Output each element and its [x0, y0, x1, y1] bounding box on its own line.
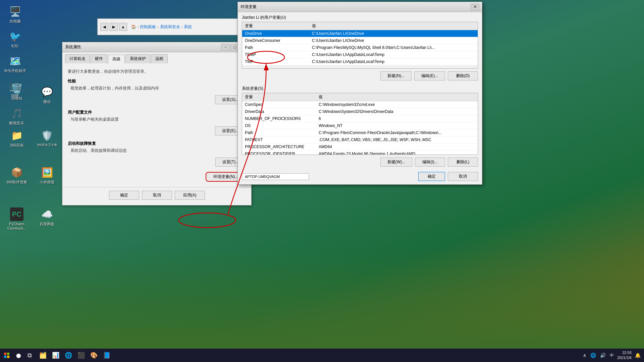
- tray-chevron[interactable]: ∧: [582, 352, 587, 359]
- sys-var-row[interactable]: PROCESSOR_IDENTIFIERAMD64 Family 23 Mode…: [242, 150, 478, 155]
- sys-var-value: .COM;.EXE;.BAT;.CMD;.VBS;.VBE;.JS;.JSE;.…: [316, 136, 478, 143]
- user-var-row[interactable]: OneDriveC:\Users\Jianfan Li\OneDrive: [242, 30, 478, 37]
- start-button[interactable]: [0, 349, 13, 362]
- user-var-row[interactable]: PathC:\Program Files\MySQL\MySQL Shell 8…: [242, 44, 478, 51]
- user-var-row[interactable]: TEMPC:\Users\Jianfan Li\AppData\Local\Te…: [242, 51, 478, 58]
- taskbar-art-btn[interactable]: 🎨: [88, 349, 100, 361]
- cancel-button[interactable]: 取消: [142, 191, 172, 200]
- desktop-icon-recycle[interactable]: 🗑️ 回收站: [3, 80, 30, 102]
- user-var-name: TEMP: [242, 51, 309, 58]
- tab-advanced[interactable]: 高级: [108, 55, 125, 64]
- breadcrumb-controlpanel[interactable]: 控制面板: [140, 24, 156, 30]
- user-vars-table-container[interactable]: 变量 值 OneDriveC:\Users\Jianfan Li\OneDriv…: [242, 22, 478, 69]
- apply-button[interactable]: 应用(A): [175, 191, 205, 200]
- env-window-controls: ✕: [471, 4, 479, 10]
- taskbar-explorer-btn[interactable]: 🗂️: [37, 349, 49, 361]
- sys-props-content: 要进行大多数更改，你必须作为管理员登录。 性能 视觉效果，处理器计划，内存使用，…: [62, 63, 251, 187]
- taskbar-chrome-btn[interactable]: 🌐: [62, 349, 74, 361]
- taskbar-word-btn[interactable]: 📘: [101, 349, 113, 361]
- user-new-button[interactable]: 新建(N)...: [380, 71, 412, 80]
- tray-volume[interactable]: 🔊: [599, 352, 606, 359]
- sys-vars-table: 变量 值 ComSpecC:\Windows\system32\cmd.exeD…: [242, 93, 478, 155]
- tab-hardware[interactable]: 硬件: [91, 54, 107, 63]
- row-mgr: 📦 360软件管家 🖼️ 小米画报: [3, 164, 60, 186]
- sys-var-value: AMD64: [316, 143, 478, 150]
- user-var-name: TMP: [242, 58, 309, 65]
- desktop-icon-360zip[interactable]: 📁 360压缩: [3, 127, 30, 149]
- sys-var-name: NUMBER_OF_PROCESSORS: [242, 115, 316, 122]
- minimize-button[interactable]: －: [221, 44, 230, 51]
- windows-logo-icon: [4, 353, 9, 358]
- 360zip-icon: 📁: [10, 129, 23, 142]
- desktop-icon-wechat[interactable]: 💬 微信: [34, 84, 60, 105]
- taskbar: ⬤ ⧉ 🗂️ 📊 🌐 ⬛ 🎨 📘 ∧ 🌐 🔊 中 22:55 2021/1/6 …: [0, 349, 644, 362]
- sys-var-row[interactable]: NUMBER_OF_PROCESSORS6: [242, 115, 478, 122]
- taskbar-terminal-btn[interactable]: ⬛: [75, 349, 87, 361]
- user-var-row[interactable]: TMPC:\Users\Jianfan Li\AppData\Local\Tem…: [242, 58, 478, 65]
- sys-var-row[interactable]: PATHEXT.COM;.EXE;.BAT;.CMD;.VBS;.VBE;.JS…: [242, 136, 478, 143]
- sys-var-row[interactable]: ComSpecC:\Windows\system32\cmd.exe: [242, 101, 478, 108]
- sys-var-row[interactable]: PathC:\Program Files\Common Files\Oracle…: [242, 129, 478, 136]
- sys-var-value: 6: [316, 115, 478, 122]
- profile-section-title: 用户配置文件: [68, 110, 246, 115]
- user-col-var: 变量: [242, 22, 309, 30]
- taskview-button[interactable]: ⧉: [23, 349, 36, 361]
- tray-notification[interactable]: 🔔: [634, 352, 641, 359]
- desktop-icon-pycharm[interactable]: PC PyCharm Communi...: [3, 206, 30, 232]
- user-edit-button[interactable]: 编辑(E)...: [414, 71, 445, 80]
- user-delete-button[interactable]: 删除(D): [448, 71, 478, 80]
- user-var-row[interactable]: OneDriveConsumerC:\Users\Jianfan Li\OneD…: [242, 37, 478, 44]
- tab-computername[interactable]: 计算机名: [65, 54, 90, 63]
- recycle-icon: 🗑️: [10, 82, 23, 95]
- 360safe-icon: 🛡️: [40, 129, 54, 142]
- baidupan-icon: ☁️: [40, 207, 54, 221]
- env-cancel-button[interactable]: 取消: [448, 172, 478, 181]
- user-var-name: Path: [242, 44, 309, 51]
- desktop-icon-mipaint[interactable]: 🖼️ 小米画报: [34, 164, 60, 186]
- user-vars-buttons: 新建(N)... 编辑(E)... 删除(D): [238, 69, 482, 83]
- svg-rect-6: [7, 356, 9, 358]
- svg-rect-4: [7, 353, 9, 355]
- user-var-value: C:\Users\Jianfan Li\AppData\Local\Temp: [309, 51, 478, 58]
- sys-var-row[interactable]: PROCESSOR_ARCHITECTUREAMD64: [242, 143, 478, 150]
- pycharm-icon: PC: [10, 207, 23, 221]
- sys-vars-table-container[interactable]: 变量 值 ComSpecC:\Windows\system32\cmd.exeD…: [242, 93, 478, 155]
- nav-up-btn[interactable]: ▲: [119, 23, 127, 31]
- user-var-value: C:\Program Files\MySQL\MySQL Shell 8.0\b…: [309, 44, 478, 51]
- dingding-icon-label: 钉钉: [11, 44, 19, 48]
- search-button[interactable]: ⬤: [13, 349, 23, 362]
- date-display: 2021/1/6: [617, 355, 632, 360]
- env-ok-button[interactable]: 确定: [418, 172, 445, 181]
- sys-var-name: PATHEXT: [242, 136, 316, 143]
- tab-remote[interactable]: 远程: [151, 54, 168, 63]
- taskbar-excel-btn[interactable]: 📊: [50, 349, 62, 361]
- desktop-icon-huawei[interactable]: 🗺️ 华为手机助手: [2, 53, 29, 74]
- desktop-icon-softmgr[interactable]: 📦 360软件管家: [3, 164, 30, 186]
- sys-edit-button[interactable]: 编辑(I)...: [415, 158, 445, 167]
- sys-var-row[interactable]: OSWindows_NT: [242, 122, 478, 129]
- ok-button[interactable]: 确定: [109, 191, 139, 200]
- tray-network[interactable]: 🌐: [590, 352, 597, 359]
- startup-section-desc: 系统启动、系统故障和调试信息: [68, 148, 246, 154]
- sys-var-row[interactable]: DriverDataC:\Windows\System32\Drivers\Dr…: [242, 108, 478, 115]
- breadcrumb-system[interactable]: 系统: [184, 24, 192, 30]
- qqmusic-icon: 🎵: [10, 107, 23, 120]
- tray-lang[interactable]: 中: [609, 352, 614, 359]
- taskbar-time[interactable]: 22:55 2021/1/6: [617, 350, 632, 361]
- desktop-icon-qqmusic[interactable]: 🎵 酷我音乐: [3, 105, 30, 127]
- sys-delete-button[interactable]: 删除(L): [448, 158, 478, 167]
- desktop-icon-dingding[interactable]: 🐦 钉钉: [2, 28, 29, 50]
- sys-new-button[interactable]: 新建(W)...: [380, 158, 412, 167]
- tab-protection[interactable]: 系统保护: [125, 54, 150, 63]
- env-close-button[interactable]: ✕: [471, 4, 479, 10]
- desktop-icon-baidupan[interactable]: ☁️ 百度网盘: [34, 206, 60, 232]
- computer-icon-label: 此电脑: [10, 19, 21, 23]
- taskbar-apps: 🗂️ 📊 🌐 ⬛ 🎨 📘: [36, 349, 580, 361]
- dingding-icon: 🐦: [8, 29, 22, 43]
- user-var-value: C:\Users\Jianfan Li\OneDrive: [309, 30, 478, 37]
- nav-back-btn[interactable]: ◀: [100, 23, 108, 31]
- user-col-val: 值: [309, 22, 478, 30]
- nav-forward-btn[interactable]: ▶: [110, 23, 118, 31]
- desktop-icon-360safe[interactable]: 🛡️ 360安全卫士南: [34, 127, 60, 149]
- breadcrumb-security[interactable]: 系统和安全: [160, 24, 180, 30]
